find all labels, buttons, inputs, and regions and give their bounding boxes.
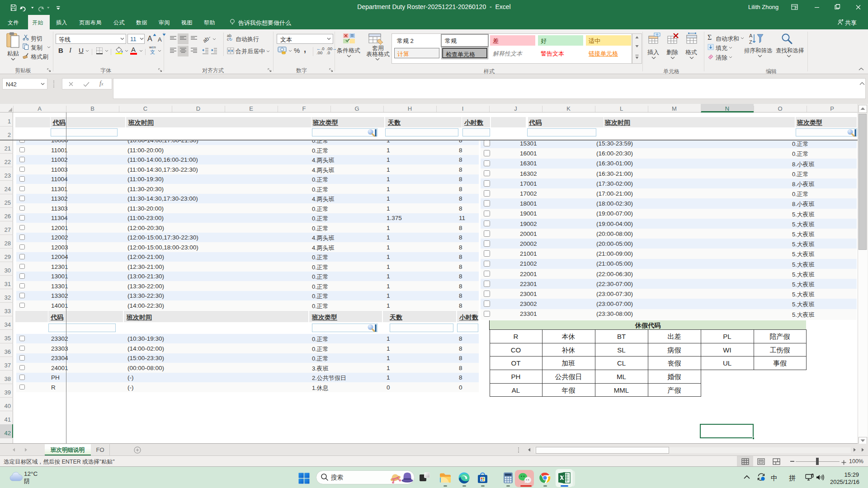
svg-text:A: A (749, 33, 753, 38)
svg-text:Z: Z (749, 39, 752, 45)
svg-text:ab: ab (202, 35, 210, 43)
